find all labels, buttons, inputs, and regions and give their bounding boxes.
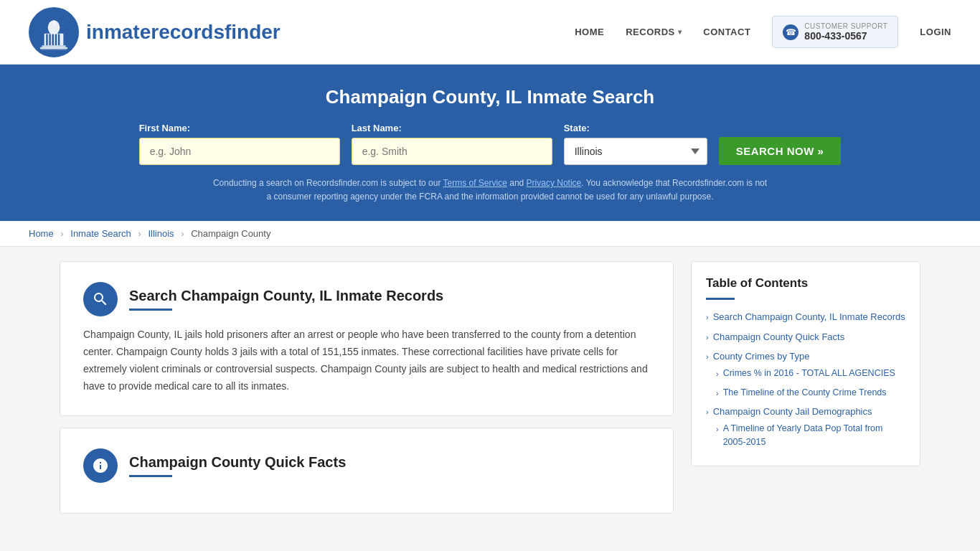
phone-icon: ☎ (783, 24, 798, 40)
toc-item-5: › Champaign County Jail Demographics › A… (706, 405, 905, 448)
svg-rect-10 (40, 47, 67, 49)
toc-title: Table of Contents (706, 276, 905, 291)
site-header: inmaterecordsfinder HOME RECORDS ▾ CONTA… (0, 0, 980, 65)
last-name-group: Last Name: (352, 123, 552, 165)
state-select[interactable]: Illinois (564, 138, 707, 165)
state-label: State: (564, 123, 590, 133)
customer-support-box: ☎ CUSTOMER SUPPORT 800-433-0567 (772, 16, 898, 48)
toc-chevron-5: › (706, 406, 709, 418)
toc-sublist: › Crimes % in 2016 - TOTAL ALL AGENCIES … (716, 367, 905, 400)
section-header-facts: Champaign County Quick Facts (83, 448, 650, 483)
search-section-icon (83, 282, 118, 316)
section-title-facts-underline (129, 475, 172, 477)
toc-divider (706, 298, 735, 300)
toc-link-2[interactable]: › County Crimes by Type (706, 349, 905, 364)
breadcrumb-illinois[interactable]: Illinois (148, 228, 174, 239)
nav-login[interactable]: LOGIN (920, 27, 951, 37)
breadcrumb: Home › Inmate Search › Illinois › Champa… (0, 221, 980, 247)
breadcrumb-sep-2: › (138, 228, 141, 239)
logo-area: inmaterecordsfinder (29, 7, 281, 57)
nav-records[interactable]: RECORDS ▾ (626, 27, 682, 37)
nav-contact[interactable]: CONTACT (703, 27, 750, 37)
search-form: First Name: Last Name: State: Illinois S… (29, 123, 951, 165)
first-name-label: First Name: (139, 123, 191, 133)
last-name-input[interactable] (352, 138, 552, 165)
section-title-search: Search Champaign County, IL Inmate Recor… (129, 288, 443, 304)
toc-chevron-0: › (706, 311, 709, 324)
svg-rect-3 (46, 34, 48, 45)
section-title-facts: Champaign County Quick Facts (129, 454, 346, 471)
toc-sub-chevron-6: › (716, 423, 719, 435)
svg-rect-9 (42, 45, 65, 47)
toc-link-1[interactable]: › Champaign County Quick Facts (706, 330, 905, 344)
svg-rect-4 (49, 34, 51, 45)
toc-sublist-2: › A Timeline of Yearly Data Pop Total fr… (716, 422, 905, 449)
toc-item-0: › Search Champaign County, IL Inmate Rec… (706, 310, 905, 324)
section-body-search: Champaign County, IL jails hold prisoner… (83, 326, 650, 395)
toc-sub-link-4[interactable]: › The Timeline of the County Crime Trend… (716, 386, 905, 400)
state-group: State: Illinois (564, 123, 707, 165)
section-header-search: Search Champaign County, IL Inmate Recor… (83, 282, 650, 316)
toc-item-2: › County Crimes by Type › Crimes % in 20… (706, 349, 905, 399)
svg-rect-6 (55, 34, 57, 45)
toc-item-1: › Champaign County Quick Facts (706, 330, 905, 344)
toc-sub-link-3[interactable]: › Crimes % in 2016 - TOTAL ALL AGENCIES (716, 367, 905, 380)
breadcrumb-inmate-search[interactable]: Inmate Search (70, 228, 131, 239)
svg-rect-7 (58, 34, 60, 45)
toc-chevron-1: › (706, 331, 709, 344)
support-text: CUSTOMER SUPPORT 800-433-0567 (804, 22, 887, 42)
hero-title: Champaign County, IL Inmate Search (29, 86, 951, 108)
hero-disclaimer: Conducting a search on Recordsfinder.com… (210, 176, 770, 204)
toc-sub-item-3: › Crimes % in 2016 - TOTAL ALL AGENCIES (716, 367, 905, 380)
quick-facts-section: Champaign County Quick Facts (60, 428, 674, 514)
main-container: Search Champaign County, IL Inmate Recor… (31, 261, 949, 524)
svg-rect-8 (54, 20, 55, 25)
svg-rect-5 (52, 34, 55, 45)
breadcrumb-current: Champaign County (191, 228, 270, 239)
main-nav: HOME RECORDS ▾ CONTACT ☎ CUSTOMER SUPPOR… (575, 16, 951, 48)
records-chevron-icon: ▾ (678, 28, 682, 36)
toc-chevron-2: › (706, 351, 709, 363)
terms-link[interactable]: Terms of Service (443, 178, 507, 188)
toc-link-5[interactable]: › Champaign County Jail Demographics (706, 405, 905, 419)
first-name-input[interactable] (139, 138, 340, 165)
nav-home[interactable]: HOME (575, 27, 604, 37)
toc-sub-item-6: › A Timeline of Yearly Data Pop Total fr… (716, 422, 905, 449)
search-button[interactable]: SEARCH NOW » (719, 137, 842, 165)
toc-sub-chevron-4: › (716, 387, 719, 400)
toc-box: Table of Contents › Search Champaign Cou… (691, 261, 920, 466)
section-title-facts-block: Champaign County Quick Facts (129, 454, 346, 477)
hero-section: Champaign County, IL Inmate Search First… (0, 65, 980, 221)
facts-section-icon (83, 448, 118, 483)
toc-sub-item-4: › The Timeline of the County Crime Trend… (716, 386, 905, 400)
logo-text: inmaterecordsfinder (86, 21, 281, 44)
content-area: Search Champaign County, IL Inmate Recor… (60, 261, 674, 524)
toc-list: › Search Champaign County, IL Inmate Rec… (706, 310, 905, 448)
breadcrumb-sep-3: › (181, 228, 184, 239)
sidebar: Table of Contents › Search Champaign Cou… (691, 261, 920, 466)
toc-sub-chevron-3: › (716, 368, 719, 380)
privacy-link[interactable]: Privacy Notice (527, 178, 582, 188)
breadcrumb-home[interactable]: Home (29, 228, 54, 239)
last-name-label: Last Name: (352, 123, 402, 133)
logo-icon (29, 7, 79, 57)
breadcrumb-sep-1: › (60, 228, 63, 239)
section-title-underline (129, 309, 172, 311)
toc-link-0[interactable]: › Search Champaign County, IL Inmate Rec… (706, 310, 905, 324)
search-records-section: Search Champaign County, IL Inmate Recor… (60, 261, 674, 415)
first-name-group: First Name: (139, 123, 340, 165)
section-title-block: Search Champaign County, IL Inmate Recor… (129, 288, 443, 311)
toc-sub-link-6[interactable]: › A Timeline of Yearly Data Pop Total fr… (716, 422, 905, 449)
